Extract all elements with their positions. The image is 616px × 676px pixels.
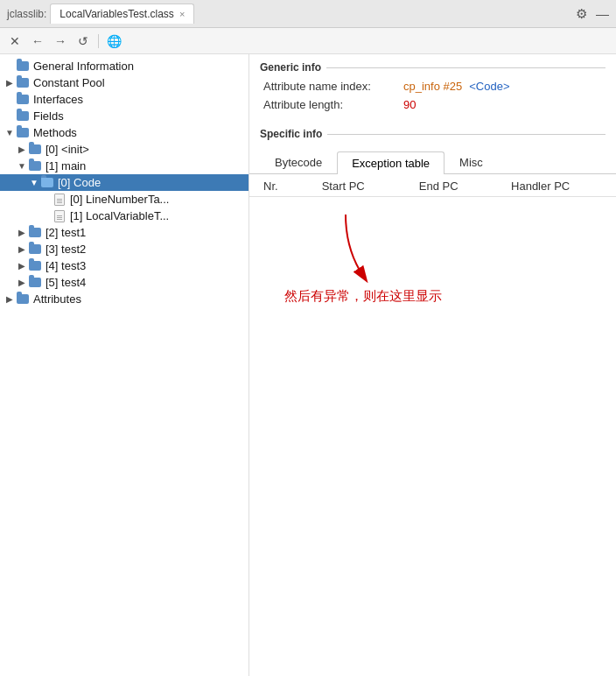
folder-icon-test4 — [28, 277, 42, 289]
tree-label-constant-pool: Constant Pool — [33, 76, 105, 89]
tabs-row: Bytecode Exception table Misc — [249, 151, 616, 174]
tree-label-main: [1] main — [46, 159, 86, 173]
annotation-text: 然后有异常，则在这里显示 — [284, 288, 442, 305]
chevron-code: ▼ — [28, 178, 40, 187]
file-icon-linenumber — [52, 194, 66, 206]
tree-panel: General Information ▶ Constant Pool Inte… — [0, 54, 249, 676]
tree-item-attributes[interactable]: ▶ Attributes — [0, 291, 248, 307]
attr-length-row: Attribute length: 90 — [249, 95, 616, 114]
tab-misc[interactable]: Misc — [444, 151, 498, 173]
main-layout: General Information ▶ Constant Pool Inte… — [0, 54, 616, 676]
tree-item-test4[interactable]: ▶ [5] test4 — [0, 274, 248, 291]
attr-name-value: cp_info #25 — [403, 80, 462, 93]
tree-item-test3[interactable]: ▶ [4] test3 — [0, 257, 248, 274]
tree-label-attributes: Attributes — [33, 292, 81, 306]
specific-info-header: Specific info — [249, 121, 616, 144]
tree-label-methods: Methods — [33, 126, 77, 139]
generic-info-header: Generic info — [249, 54, 616, 77]
tab-close-icon[interactable]: × — [179, 9, 185, 19]
tree-item-init[interactable]: ▶ [0] <init> — [0, 141, 248, 158]
exception-table: Nr. Start PC End PC Handler PC — [249, 176, 616, 197]
tab-bytecode[interactable]: Bytecode — [260, 151, 337, 173]
tree-label-code: [0] Code — [58, 176, 101, 189]
tab-filename: LocalVariablesTest.class — [60, 8, 174, 20]
window-controls: ⚙ — — [576, 6, 609, 22]
tree-item-test1[interactable]: ▶ [2] test1 — [0, 224, 248, 241]
refresh-button[interactable]: ↺ — [74, 32, 93, 51]
tree-label-general: General Information — [33, 60, 134, 73]
chevron-test3: ▶ — [16, 261, 28, 271]
chevron-fields — [4, 111, 16, 121]
col-start-pc: Start PC — [308, 176, 405, 197]
minimize-icon[interactable]: — — [596, 6, 609, 22]
content-panel: Generic info Attribute name index: cp_in… — [249, 54, 616, 676]
folder-icon-test3 — [28, 260, 42, 272]
settings-icon[interactable]: ⚙ — [576, 6, 587, 22]
attr-length-value: 90 — [403, 98, 416, 111]
forward-button[interactable]: → — [51, 32, 70, 51]
tree-item-methods[interactable]: ▼ Methods — [0, 124, 248, 141]
folder-icon-test1 — [28, 227, 42, 239]
col-handler-pc: Handler PC — [497, 176, 616, 197]
chevron-test1: ▶ — [16, 228, 28, 237]
chevron-main: ▼ — [16, 161, 28, 171]
tree-item-general[interactable]: General Information — [0, 58, 248, 74]
folder-icon-main — [28, 160, 42, 173]
tree-item-main[interactable]: ▼ [1] main — [0, 158, 248, 174]
close-button[interactable]: ✕ — [5, 32, 24, 51]
arrow-svg — [337, 215, 389, 285]
tab-exception-table[interactable]: Exception table — [337, 151, 444, 174]
file-icon-localvar — [52, 210, 66, 222]
app-name: jclasslib: — [7, 8, 46, 20]
tree-label-test3: [4] test3 — [46, 259, 86, 272]
chevron-general — [4, 61, 16, 71]
tree-item-constant-pool[interactable]: ▶ Constant Pool — [0, 74, 248, 91]
tree-item-localvar[interactable]: [1] LocalVariableT... — [0, 208, 248, 224]
attr-name-label: Attribute name index: — [263, 80, 403, 93]
chevron-constant-pool: ▶ — [4, 78, 16, 88]
folder-icon-code — [40, 177, 54, 189]
toolbar: ✕ ← → ↺ 🌐 — [0, 28, 616, 54]
tree-label-interfaces: Interfaces — [33, 93, 83, 106]
col-nr: Nr. — [249, 176, 308, 197]
tree-label-linenumber: [0] LineNumberTa... — [70, 193, 169, 206]
file-tab[interactable]: LocalVariablesTest.class × — [50, 4, 194, 24]
folder-icon-init — [28, 144, 42, 156]
toolbar-separator — [98, 34, 99, 48]
attr-name-row: Attribute name index: cp_info #25 <Code> — [249, 77, 616, 95]
chevron-test4: ▶ — [16, 278, 28, 287]
tree-label-test2: [3] test2 — [46, 243, 86, 256]
chevron-test2: ▶ — [16, 244, 28, 254]
folder-icon-interfaces — [16, 94, 30, 106]
tree-item-code[interactable]: ▼ [0] Code — [0, 174, 248, 191]
web-button[interactable]: 🌐 — [104, 32, 123, 51]
tree-item-test2[interactable]: ▶ [3] test2 — [0, 241, 248, 257]
chevron-localvar — [40, 211, 52, 221]
chevron-init: ▶ — [16, 144, 28, 154]
tree-label-localvar: [1] LocalVariableT... — [70, 209, 169, 222]
folder-icon-attributes — [16, 293, 30, 306]
arrow-annotation: 然后有异常，则在这里显示 — [249, 197, 616, 322]
tree-label-test4: [5] test4 — [46, 276, 86, 289]
folder-icon-fields — [16, 110, 30, 123]
folder-icon-methods — [16, 127, 30, 139]
folder-icon-general — [16, 60, 30, 73]
title-bar: jclasslib: LocalVariablesTest.class × ⚙ … — [0, 0, 616, 28]
tree-label-init: [0] <init> — [46, 143, 89, 156]
attr-name-extra: <Code> — [469, 80, 509, 93]
folder-icon-constant-pool — [16, 77, 30, 89]
attr-length-label: Attribute length: — [263, 98, 403, 111]
chevron-attributes: ▶ — [4, 294, 16, 304]
tree-item-fields[interactable]: Fields — [0, 108, 248, 124]
tree-label-test1: [2] test1 — [46, 226, 86, 239]
tree-item-linenumber[interactable]: [0] LineNumberTa... — [0, 191, 248, 208]
folder-icon-test2 — [28, 243, 42, 256]
back-button[interactable]: ← — [28, 32, 47, 51]
col-end-pc: End PC — [405, 176, 497, 197]
tree-label-fields: Fields — [33, 109, 64, 123]
chevron-linenumber — [40, 194, 52, 204]
chevron-methods: ▼ — [4, 128, 16, 137]
chevron-interfaces — [4, 95, 16, 104]
tree-item-interfaces[interactable]: Interfaces — [0, 91, 248, 108]
